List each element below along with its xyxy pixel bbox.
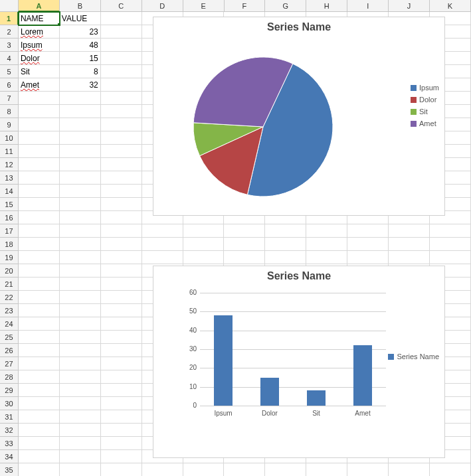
cell[interactable] (101, 251, 142, 264)
cell[interactable] (60, 437, 101, 450)
cell[interactable] (101, 65, 142, 78)
col-header-F[interactable]: F (225, 0, 266, 12)
row-header[interactable]: 4 (0, 52, 19, 65)
cell[interactable] (19, 198, 60, 211)
cell[interactable] (19, 92, 60, 105)
cell[interactable] (60, 450, 101, 463)
cell[interactable] (60, 105, 101, 118)
row-header[interactable]: 10 (0, 131, 19, 145)
row-header[interactable]: 1 (0, 12, 19, 25)
cell[interactable] (60, 331, 101, 344)
cell[interactable] (60, 131, 101, 145)
row-header[interactable]: 35 (0, 463, 19, 476)
cell[interactable] (347, 251, 389, 264)
cell[interactable] (101, 52, 142, 65)
cell[interactable] (60, 145, 101, 158)
cell[interactable] (101, 291, 142, 304)
cell[interactable] (19, 291, 60, 304)
cell[interactable] (101, 357, 142, 370)
cell[interactable] (60, 463, 101, 476)
row-header[interactable]: 24 (0, 317, 19, 331)
cell[interactable] (101, 370, 142, 384)
col-header-J[interactable]: J (389, 0, 430, 12)
cell[interactable] (101, 25, 142, 39)
cell[interactable] (101, 92, 142, 105)
cell[interactable] (101, 185, 142, 198)
cell[interactable] (19, 158, 60, 171)
cell[interactable] (19, 304, 60, 317)
row-header[interactable]: 7 (0, 92, 19, 105)
cell[interactable] (389, 224, 430, 238)
cell[interactable] (347, 238, 389, 251)
cell[interactable] (19, 224, 60, 238)
cell[interactable] (60, 344, 101, 357)
row-header[interactable]: 8 (0, 105, 19, 118)
cell[interactable] (19, 463, 60, 476)
row-header[interactable]: 32 (0, 424, 19, 437)
cell[interactable] (306, 224, 347, 238)
pie-chart-object[interactable]: Series Name Ipsum Dolor Sit Amet (153, 17, 445, 216)
cell[interactable] (19, 384, 60, 397)
cell[interactable] (101, 158, 142, 171)
cell[interactable] (101, 171, 142, 185)
row-header[interactable]: 23 (0, 304, 19, 317)
cell[interactable] (224, 463, 265, 476)
row-header[interactable]: 33 (0, 437, 19, 450)
cell[interactable] (19, 331, 60, 344)
cell[interactable] (101, 424, 142, 437)
row-header[interactable]: 5 (0, 65, 19, 78)
cell[interactable] (60, 198, 101, 211)
cell[interactable] (60, 118, 101, 131)
cell[interactable] (101, 78, 142, 92)
cell[interactable] (101, 410, 142, 424)
cell[interactable] (19, 185, 60, 198)
cell[interactable] (265, 224, 306, 238)
row-header[interactable]: 26 (0, 344, 19, 357)
row-header[interactable]: 29 (0, 384, 19, 397)
cell[interactable] (60, 291, 101, 304)
row-header[interactable]: 12 (0, 158, 19, 171)
cell[interactable] (101, 317, 142, 331)
cell[interactable] (265, 251, 306, 264)
cell[interactable] (101, 331, 142, 344)
cell[interactable] (60, 357, 101, 370)
col-header-D[interactable]: D (142, 0, 183, 12)
cell[interactable] (224, 224, 265, 238)
col-header-K[interactable]: K (430, 0, 471, 12)
cell[interactable]: 15 (60, 52, 101, 65)
cell[interactable] (101, 463, 142, 476)
cell[interactable] (19, 344, 60, 357)
cell[interactable] (183, 463, 225, 476)
row-header[interactable]: 9 (0, 118, 19, 131)
cell[interactable]: 8 (60, 65, 101, 78)
cell[interactable] (430, 224, 471, 238)
row-header[interactable]: 27 (0, 357, 19, 370)
cell[interactable] (265, 238, 306, 251)
col-header-H[interactable]: H (306, 0, 347, 12)
cell[interactable] (101, 397, 142, 410)
cell[interactable] (60, 384, 101, 397)
cell[interactable] (19, 317, 60, 331)
cell[interactable] (101, 211, 142, 224)
cell[interactable] (101, 344, 142, 357)
row-header[interactable]: 20 (0, 264, 19, 278)
cell[interactable] (183, 224, 225, 238)
cell[interactable]: 23 (60, 25, 101, 39)
cell[interactable] (19, 171, 60, 185)
cell[interactable] (60, 171, 101, 185)
cell[interactable] (224, 238, 265, 251)
col-header-C[interactable]: C (101, 0, 142, 12)
cell[interactable] (19, 238, 60, 251)
bar-chart-object[interactable]: Series Name 0102030405060IpsumDolorSitAm… (153, 266, 445, 458)
cell[interactable] (306, 251, 347, 264)
cell[interactable]: Sit (19, 65, 60, 78)
cell[interactable] (60, 211, 101, 224)
row-header[interactable]: 25 (0, 331, 19, 344)
row-header[interactable]: 30 (0, 397, 19, 410)
cell[interactable] (19, 357, 60, 370)
row-header[interactable]: 31 (0, 410, 19, 424)
cell[interactable] (101, 105, 142, 118)
cell[interactable] (60, 264, 101, 278)
row-header[interactable]: 18 (0, 238, 19, 251)
cell[interactable] (101, 39, 142, 52)
